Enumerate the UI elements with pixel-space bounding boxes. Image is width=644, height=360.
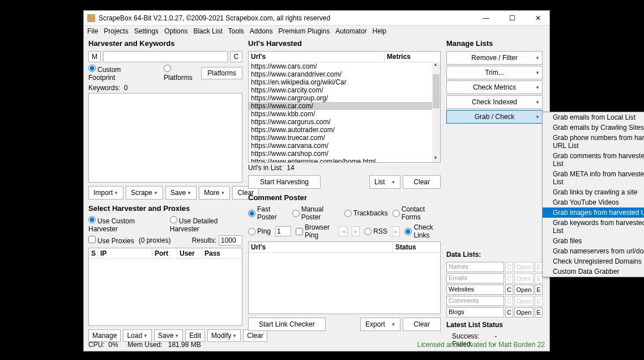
modify-proxies-button[interactable]: Modify▼ xyxy=(207,329,241,342)
data-list-c-button[interactable]: C xyxy=(505,273,513,283)
use-detailed-harvester-radio[interactable]: Use Detailed Harvester xyxy=(170,216,242,233)
url-item[interactable]: https://www.cars.com/ xyxy=(249,62,440,70)
load-proxies-button[interactable]: Load▼ xyxy=(123,329,152,342)
dropdown-item[interactable]: Custom Data Grabber▶ xyxy=(543,266,644,277)
data-list-label[interactable]: Blogs xyxy=(446,307,504,317)
m-button[interactable]: M xyxy=(88,51,101,62)
grab-check-button[interactable]: Grab / Check▼ xyxy=(446,110,543,124)
remove-filter-button[interactable]: Remove / Filter▼ xyxy=(446,51,543,65)
platforms-button[interactable]: Platforms xyxy=(201,67,242,79)
next-icon[interactable]: ▶ xyxy=(352,226,360,236)
data-list-open-button[interactable]: Open xyxy=(514,273,534,283)
dropdown-item[interactable]: Grab emails by Crawling Sites xyxy=(543,122,644,133)
dropdown-item[interactable]: Grab emails from Local List xyxy=(543,112,644,122)
manage-proxies-button[interactable]: Manage xyxy=(88,329,121,342)
export-button[interactable]: Export ▼ xyxy=(360,317,400,331)
save-button[interactable]: Save▼ xyxy=(165,186,197,200)
data-list-e-button[interactable]: E xyxy=(535,296,543,306)
results-input[interactable] xyxy=(219,235,242,245)
contact-forms-radio[interactable]: Contact Forms xyxy=(393,205,441,221)
dropdown-item[interactable]: Grab META info from harvested URL List xyxy=(543,169,644,187)
menu-file[interactable]: File xyxy=(87,27,98,35)
menu-settings[interactable]: Settings xyxy=(134,27,159,35)
rss-play-icon[interactable]: ▶ xyxy=(392,226,400,236)
menu-projects[interactable]: Projects xyxy=(104,27,128,35)
menu-automator[interactable]: Automator xyxy=(335,27,366,35)
data-list-c-button[interactable]: C xyxy=(505,262,513,272)
dropdown-item[interactable]: Grab comments from harvested URL List xyxy=(543,151,644,169)
data-list-label[interactable]: Names xyxy=(446,262,504,272)
import-button[interactable]: Import▼ xyxy=(88,186,123,200)
dropdown-item[interactable]: Grab images from harvested URL List xyxy=(543,207,644,218)
url-item[interactable]: https://www.truecar.com/ xyxy=(249,134,440,142)
url-scrollbar[interactable]: ▲ ▼ xyxy=(432,62,440,162)
clear-urls-button[interactable]: Clear xyxy=(403,175,441,189)
dropdown-item[interactable]: Grab nameservers from url/domain list xyxy=(543,246,644,256)
scroll-thumb[interactable] xyxy=(433,74,440,108)
start-link-checker-button[interactable]: Start Link Checker xyxy=(248,317,326,331)
menu-blacklist[interactable]: Black List xyxy=(193,27,222,35)
url-item[interactable]: https://www.enterprise.com/en/home.html xyxy=(249,158,440,163)
data-list-open-button[interactable]: Open xyxy=(514,285,534,295)
url-item[interactable]: https://www.kbb.com/ xyxy=(249,110,440,118)
list-button[interactable]: List ▼ xyxy=(369,175,400,189)
data-list-label[interactable]: Emails xyxy=(446,273,504,283)
data-list-e-button[interactable]: E xyxy=(535,307,543,317)
data-list-label[interactable]: Websites xyxy=(446,285,504,295)
rss-radio[interactable]: RSS xyxy=(364,227,387,235)
scroll-up-icon[interactable]: ▲ xyxy=(432,62,439,69)
minimize-button[interactable]: — xyxy=(478,14,494,22)
url-list[interactable]: https://www.cars.com/https://www.carandd… xyxy=(249,62,440,163)
scroll-down-icon[interactable]: ▼ xyxy=(432,155,439,162)
data-list-c-button[interactable]: C xyxy=(505,296,513,306)
close-button[interactable]: ✕ xyxy=(530,14,546,22)
maximize-button[interactable]: ☐ xyxy=(504,14,520,22)
url-item[interactable]: https://www.carshop.com/ xyxy=(249,150,440,158)
data-list-e-button[interactable]: E xyxy=(535,262,543,272)
dropdown-item[interactable]: Grab files xyxy=(543,236,644,246)
menu-addons[interactable]: Addons xyxy=(250,27,273,35)
data-list-c-button[interactable]: C xyxy=(505,307,513,317)
fast-poster-radio[interactable]: Fast Poster xyxy=(248,205,288,221)
scrape-button[interactable]: Scrape▼ xyxy=(126,186,163,200)
data-list-e-button[interactable]: E xyxy=(535,285,543,295)
data-list-e-button[interactable]: E xyxy=(535,273,543,283)
menu-premium[interactable]: Premium Plugins xyxy=(279,27,330,35)
custom-footprint-radio[interactable]: Custom Footprint xyxy=(88,65,146,82)
use-proxies-checkbox[interactable]: Use Proxies xyxy=(88,236,134,245)
use-custom-harvester-radio[interactable]: Use Custom Harvester xyxy=(88,216,160,233)
data-list-open-button[interactable]: Open xyxy=(514,296,534,306)
start-harvesting-button[interactable]: Start Harvesting xyxy=(248,175,321,189)
ping-input[interactable] xyxy=(275,226,291,236)
check-metrics-button[interactable]: Check Metrics▼ xyxy=(446,81,543,94)
browser-ping-checkbox[interactable]: Browser Ping xyxy=(296,223,334,239)
keyword-dropdown[interactable] xyxy=(103,51,228,62)
prev-icon[interactable]: ◀ xyxy=(339,226,347,236)
url-item[interactable]: https://www.autotrader.com/ xyxy=(249,126,440,134)
url-item[interactable]: https://www.caranddriver.com/ xyxy=(249,70,440,78)
dropdown-item[interactable]: Grab keywords from harvested URL List xyxy=(543,218,644,236)
menu-tools[interactable]: Tools xyxy=(228,27,244,35)
c-button[interactable]: C xyxy=(230,51,242,62)
platforms-radio[interactable]: Platforms xyxy=(164,65,199,82)
dropdown-item[interactable]: Grab YouTube Videos xyxy=(543,197,644,207)
check-indexed-button[interactable]: Check Indexed▼ xyxy=(446,95,543,109)
url-item[interactable]: https://en.wikipedia.org/wiki/Car xyxy=(249,78,440,86)
data-list-open-button[interactable]: Open xyxy=(514,262,534,272)
clear-comment-button[interactable]: Clear xyxy=(403,317,441,331)
url-item[interactable]: https://www.cargurus.com/ xyxy=(249,118,440,126)
check-links-radio[interactable]: Check Links xyxy=(404,223,441,239)
url-item[interactable]: https://www.car.com/ xyxy=(249,102,440,110)
manual-poster-radio[interactable]: Manual Poster xyxy=(292,205,340,221)
dropdown-item[interactable]: Grab links by crawling a site xyxy=(543,187,644,197)
data-list-label[interactable]: Comments xyxy=(446,296,504,306)
menu-options[interactable]: Options xyxy=(164,27,187,35)
more-button[interactable]: More▼ xyxy=(199,186,230,200)
save-proxies-button[interactable]: Save▼ xyxy=(154,329,183,342)
url-item[interactable]: https://www.cargroup.org/ xyxy=(249,94,440,102)
url-item[interactable]: https://www.carcity.com/ xyxy=(249,86,440,94)
edit-proxies-button[interactable]: Edit xyxy=(185,329,205,342)
dropdown-item[interactable]: Check Unregistered Domains xyxy=(543,256,644,266)
dropdown-item[interactable]: Grab phone numbers from harvested URL Li… xyxy=(543,133,644,151)
data-list-c-button[interactable]: C xyxy=(505,285,513,295)
